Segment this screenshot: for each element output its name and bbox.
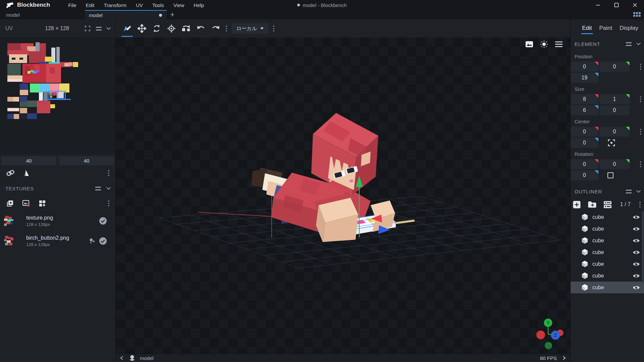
center-y-field[interactable]: 0 xyxy=(599,127,630,137)
outliner-row-cube-3[interactable]: cube xyxy=(571,235,644,246)
close-button[interactable] xyxy=(626,0,644,10)
maximize-button[interactable] xyxy=(607,0,626,10)
rotation-options-icon[interactable] xyxy=(640,164,641,165)
position-z-field[interactable]: 19 xyxy=(571,73,598,83)
visibility-eye-icon[interactable] xyxy=(633,261,640,267)
outliner-collapse-icon[interactable] xyxy=(636,188,641,193)
menu-help[interactable]: Help xyxy=(189,1,209,9)
center-pivot-icon[interactable] xyxy=(607,139,615,147)
next-chevron-icon[interactable] xyxy=(562,356,566,360)
undo-button[interactable] xyxy=(194,19,208,38)
3d-viewport[interactable]: Z Y xyxy=(116,38,570,354)
redo-button[interactable] xyxy=(208,19,223,38)
app-logo: Blockbench xyxy=(0,2,50,8)
tab-model[interactable]: model xyxy=(85,10,167,19)
toolbar-more-icon[interactable] xyxy=(226,28,227,29)
inflate-field[interactable]: 0 xyxy=(599,105,630,115)
outliner-menu-icon[interactable] xyxy=(626,190,632,193)
textures-menu-icon[interactable] xyxy=(95,187,101,190)
transform-tool-button[interactable] xyxy=(120,19,135,38)
rescale-checkbox[interactable] xyxy=(607,172,613,178)
outliner-row-cube-2[interactable]: cube xyxy=(571,223,644,235)
menu-uv[interactable]: UV xyxy=(131,1,148,9)
menu-file[interactable]: File xyxy=(63,1,81,9)
rotation-z-field[interactable]: 0 xyxy=(571,170,598,180)
outliner-scrollbar[interactable] xyxy=(642,211,644,283)
toolbar-more-icon-2[interactable] xyxy=(273,28,274,29)
size-x-field[interactable]: 8 xyxy=(571,94,598,104)
uv-more-options-icon[interactable] xyxy=(108,172,109,174)
fullscreen-icon[interactable] xyxy=(85,25,91,32)
texture-assigned-check-icon[interactable] xyxy=(99,217,107,225)
texture-assigned-check-icon[interactable] xyxy=(99,237,107,245)
center-options-icon[interactable] xyxy=(640,131,641,132)
tab-display[interactable]: Display xyxy=(616,23,641,34)
outliner-row-cube-7-selected[interactable]: cube xyxy=(571,282,644,293)
visibility-eye-icon[interactable] xyxy=(633,215,640,220)
link-uv-icon[interactable] xyxy=(6,169,15,177)
menu-transform[interactable]: Transform xyxy=(99,1,131,9)
menu-tools[interactable]: Tools xyxy=(148,1,169,9)
visibility-eye-icon[interactable] xyxy=(633,238,640,243)
size-options-icon[interactable] xyxy=(640,99,641,100)
rotation-x-field[interactable]: 0 xyxy=(571,159,598,169)
pivot-tool-button[interactable] xyxy=(164,19,179,38)
uv-width-input[interactable]: 40 xyxy=(1,156,56,165)
add-group-icon[interactable] xyxy=(588,201,597,208)
view-orientation-gizmo[interactable]: Z Y xyxy=(531,315,566,350)
mirror-uv-icon[interactable] xyxy=(22,170,30,176)
move-tool-button[interactable] xyxy=(135,19,149,38)
texture-item-birch-button2-png[interactable]: birch_button2.png 128 x 128px xyxy=(0,231,115,251)
create-texture-icon[interactable] xyxy=(22,200,30,207)
model-root-icon[interactable] xyxy=(128,355,136,361)
add-cube-icon[interactable] xyxy=(573,200,581,209)
tab-paint[interactable]: Paint xyxy=(596,23,615,34)
texture-template-icon[interactable] xyxy=(38,199,46,207)
outliner-selection-count: 1 / 7 xyxy=(620,201,631,207)
apps-grid-icon[interactable] xyxy=(633,12,641,18)
status-model-label[interactable]: model xyxy=(140,355,154,361)
background-image-icon[interactable] xyxy=(525,41,533,48)
visibility-eye-icon[interactable] xyxy=(633,273,640,279)
panel-menu-icon[interactable] xyxy=(96,27,102,31)
textures-more-options-icon[interactable] xyxy=(108,203,109,204)
vertex-snap-tool-button[interactable] xyxy=(179,19,194,38)
center-x-field[interactable]: 0 xyxy=(571,127,598,137)
size-z-field[interactable]: 6 xyxy=(571,105,598,115)
position-x-field[interactable]: 0 xyxy=(571,62,598,72)
visibility-eye-icon[interactable] xyxy=(633,250,640,255)
outliner-row-cube-4[interactable]: cube xyxy=(571,246,644,258)
position-y-field[interactable]: 0 xyxy=(599,62,630,72)
visibility-eye-icon[interactable] xyxy=(633,226,640,232)
menu-view[interactable]: View xyxy=(169,1,189,9)
outliner-more-options-icon[interactable] xyxy=(639,204,641,205)
toggle-list-view-icon[interactable] xyxy=(603,201,612,208)
new-tab-button[interactable]: + xyxy=(167,10,178,19)
uv-height-input[interactable]: 40 xyxy=(59,156,114,165)
element-menu-icon[interactable] xyxy=(626,42,632,46)
outliner-row-cube-6[interactable]: cube xyxy=(571,270,644,282)
minimize-button[interactable] xyxy=(589,0,607,10)
lighting-sun-icon[interactable] xyxy=(540,40,548,48)
outliner-row-cube-1[interactable]: cube xyxy=(571,211,644,223)
outliner-row-cube-5[interactable]: cube xyxy=(571,258,644,270)
rotate-tool-button[interactable] xyxy=(149,19,164,38)
uv-editor-canvas[interactable] xyxy=(0,38,115,154)
texture-item-texture-png[interactable]: texture.png 128 x 128px xyxy=(0,211,115,231)
viewport-menu-icon[interactable] xyxy=(555,41,563,47)
collapse-panel-icon[interactable] xyxy=(106,25,111,30)
import-texture-icon[interactable] xyxy=(6,199,14,207)
tab-edit[interactable]: Edit xyxy=(579,23,595,34)
center-z-field[interactable]: 0 xyxy=(571,138,598,148)
visibility-eye-icon[interactable] xyxy=(633,285,640,290)
textures-collapse-icon[interactable] xyxy=(106,185,111,190)
rotation-y-field[interactable]: 0 xyxy=(599,159,630,169)
position-options-icon[interactable] xyxy=(640,66,641,67)
prev-chevron-icon[interactable] xyxy=(120,356,124,360)
size-y-field[interactable]: 1 xyxy=(599,94,630,104)
element-collapse-icon[interactable] xyxy=(636,41,641,45)
transform-space-dropdown[interactable]: ローカル xyxy=(232,23,268,34)
menu-edit[interactable]: Edit xyxy=(81,1,99,9)
particle-texture-icon[interactable] xyxy=(89,237,96,245)
outliner-list: cube cube cube cube cube xyxy=(571,211,644,293)
